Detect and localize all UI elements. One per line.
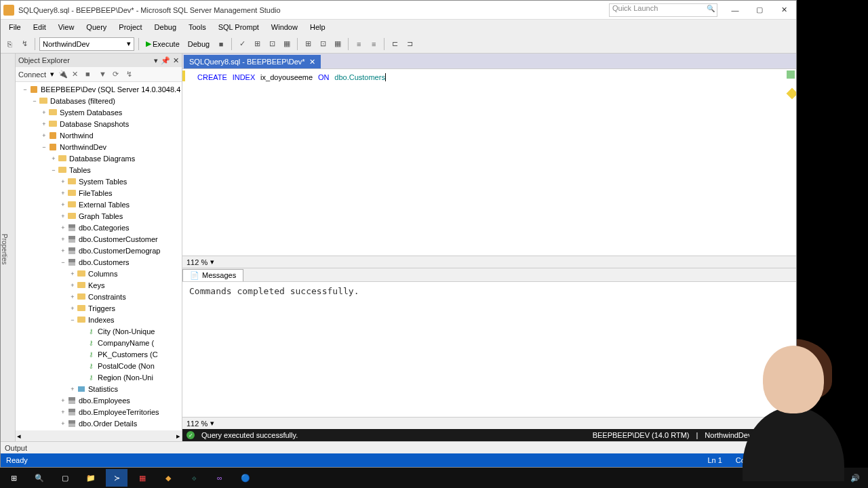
start-button[interactable]: ⊞ <box>3 469 24 487</box>
close-panel-icon[interactable]: ✕ <box>173 56 179 65</box>
tree-node[interactable]: +dbo.Categories <box>16 222 182 233</box>
toolbar-icon[interactable]: ⎘ <box>3 38 16 50</box>
messages-tab[interactable]: 📄 Messages <box>182 269 243 281</box>
expand-toggle[interactable]: + <box>59 213 67 220</box>
close-tab-icon[interactable]: ✕ <box>309 58 315 66</box>
output-panel-header[interactable]: Output <box>1 441 796 453</box>
tree-node[interactable]: +dbo.EmployeeTerritories <box>16 406 182 418</box>
maximize-button[interactable]: ▢ <box>750 3 769 17</box>
expand-toggle[interactable]: + <box>50 155 58 162</box>
stop-icon[interactable]: ■ <box>85 70 95 79</box>
tree-node[interactable]: −Databases (filtered) <box>16 95 182 106</box>
chrome-icon[interactable]: 🔵 <box>235 469 256 487</box>
menu-tools[interactable]: Tools <box>183 22 212 33</box>
chevron-down-icon[interactable]: ▾ <box>50 70 54 79</box>
expand-toggle[interactable]: + <box>68 386 77 392</box>
expand-toggle[interactable]: + <box>59 201 67 208</box>
expand-toggle[interactable]: + <box>68 293 77 300</box>
tree-node[interactable]: +System Tables <box>16 176 182 187</box>
expand-toggle[interactable]: + <box>59 236 67 243</box>
zoom-control-2[interactable]: 112 %▾ <box>182 417 796 429</box>
expand-toggle[interactable]: + <box>40 109 48 116</box>
expand-toggle[interactable]: + <box>59 409 67 415</box>
tree-node[interactable]: +System Databases <box>16 106 182 118</box>
toolbar-estplan-icon[interactable]: ⊞ <box>251 38 263 50</box>
tree-node[interactable]: +dbo.CustomerCustomer <box>16 233 182 245</box>
filter-icon[interactable]: ▼ <box>99 70 108 79</box>
expand-toggle[interactable]: + <box>68 270 77 277</box>
debug-button[interactable]: Debug <box>185 40 212 48</box>
parse-icon[interactable]: ✓ <box>236 38 248 50</box>
expand-toggle[interactable]: + <box>59 178 67 185</box>
menu-query[interactable]: Query <box>81 22 112 33</box>
tree-node[interactable]: −Tables <box>16 164 182 176</box>
toolbar-icon[interactable]: ⊡ <box>317 38 329 50</box>
minimize-button[interactable]: — <box>726 3 745 17</box>
tree-node[interactable]: +dbo.Employees <box>16 394 182 406</box>
expand-toggle[interactable]: + <box>68 305 77 312</box>
tree-node[interactable]: −NorthwindDev <box>16 141 182 152</box>
database-dropdown[interactable]: NorthwindDev ▾ <box>39 37 134 51</box>
tree-node[interactable]: +Database Snapshots <box>16 118 182 129</box>
uncomment-icon[interactable]: ⊐ <box>403 38 416 50</box>
tree-node[interactable]: ⚷CompanyName ( <box>16 337 182 348</box>
expand-toggle[interactable]: + <box>68 282 77 289</box>
expand-toggle[interactable]: + <box>59 190 67 197</box>
tree-node[interactable]: +External Tables <box>16 199 182 210</box>
tree-node[interactable]: ⚷Region (Non-Uni <box>16 371 182 383</box>
messages-output[interactable]: Commands completed successfully. <box>182 281 796 417</box>
menu-window[interactable]: Window <box>266 22 303 33</box>
script-icon[interactable]: ↯ <box>126 70 136 79</box>
expand-toggle[interactable]: − <box>59 259 67 266</box>
search-icon[interactable]: 🔍 <box>28 469 50 487</box>
pin-icon[interactable]: 📌 <box>161 56 170 65</box>
properties-tab[interactable]: Properties <box>1 54 16 441</box>
menu-debug[interactable]: Debug <box>149 22 182 33</box>
tree-node[interactable]: +Northwind <box>16 129 182 141</box>
visualstudio-icon[interactable]: ∞ <box>209 469 231 487</box>
tree-node[interactable]: −dbo.Customers <box>16 256 182 268</box>
tree-node[interactable]: +Database Diagrams <box>16 152 182 164</box>
toolbar-icon[interactable]: ⊡ <box>266 38 278 50</box>
toolbar-icon[interactable]: ↯ <box>18 38 31 50</box>
menu-sql-prompt[interactable]: SQL Prompt <box>213 22 264 33</box>
toolbar-icon[interactable]: ▦ <box>332 38 344 50</box>
expand-toggle[interactable]: − <box>50 167 58 174</box>
indent-icon[interactable]: ≡ <box>353 38 365 50</box>
tree-node[interactable]: ⚷PostalCode (Non <box>16 360 182 371</box>
expand-toggle[interactable]: + <box>59 420 67 427</box>
expand-toggle[interactable]: − <box>21 86 29 93</box>
zoom-control[interactable]: 112 %▾ <box>182 256 796 268</box>
quick-launch-input[interactable]: Quick Launch <box>609 3 717 17</box>
tree-node[interactable]: +Statistics <box>16 383 182 394</box>
tree-node[interactable]: +Graph Tables <box>16 210 182 222</box>
menu-project[interactable]: Project <box>113 22 147 33</box>
object-explorer-tree[interactable]: −BEEPBEEP\Dev (SQL Server 14.0.3048.4−Da… <box>16 82 182 430</box>
expand-toggle[interactable]: + <box>40 132 48 139</box>
tree-node[interactable]: ⚷PK_Customers (C <box>16 348 182 360</box>
menu-file[interactable]: File <box>3 22 26 33</box>
tree-node[interactable]: ⚷City (Non-Unique <box>16 325 182 337</box>
menu-edit[interactable]: Edit <box>28 22 52 33</box>
execute-button[interactable]: ▶ Execute <box>143 39 182 48</box>
vscode-icon[interactable]: ⟐ <box>183 469 205 487</box>
tree-node[interactable]: +Triggers <box>16 302 182 314</box>
tree-node[interactable]: +dbo.Order Details <box>16 418 182 429</box>
menu-help[interactable]: Help <box>304 22 331 33</box>
powershell-icon[interactable]: ≻ <box>106 469 127 487</box>
expand-toggle[interactable]: + <box>59 397 67 404</box>
comment-icon[interactable]: ⊏ <box>389 38 401 50</box>
menu-view[interactable]: View <box>53 22 80 33</box>
dropdown-icon[interactable]: ▾ <box>154 56 158 65</box>
expand-toggle[interactable]: − <box>31 98 39 104</box>
tree-node[interactable]: +Keys <box>16 279 182 291</box>
outdent-icon[interactable]: ≡ <box>368 38 380 50</box>
expand-toggle[interactable]: − <box>40 144 48 150</box>
ssms-taskbar-icon[interactable]: ◆ <box>157 469 179 487</box>
chevron-down-icon[interactable]: ▾ <box>210 419 214 428</box>
tree-node[interactable]: +dbo.CustomerDemograp <box>16 245 182 256</box>
horizontal-scrollbar[interactable]: ◂▸ <box>16 430 182 441</box>
tree-node[interactable]: +Columns <box>16 268 182 279</box>
chevron-down-icon[interactable]: ▾ <box>210 258 214 266</box>
task-view-icon[interactable]: ▢ <box>54 469 76 487</box>
